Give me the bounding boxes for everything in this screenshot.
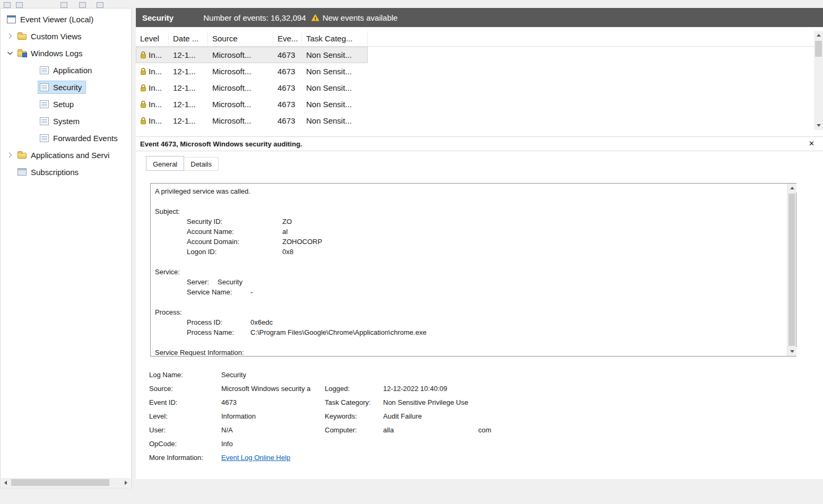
folder-apps-icon <box>18 153 27 159</box>
sidebar-item-label: Custom Views <box>31 32 82 41</box>
event-row[interactable]: In...12-1...Microsoft...4673Non Sensit..… <box>136 80 368 96</box>
column-header-filler <box>368 31 814 47</box>
tab-details[interactable]: Details <box>184 157 219 171</box>
sidebar-horizontal-scrollbar[interactable] <box>1 478 131 487</box>
sidebar-item-label: Setup <box>53 100 74 109</box>
description-line: Security ID:ZO <box>155 216 783 227</box>
description-line: Service: <box>155 267 783 277</box>
date-cell: 12-1... <box>169 63 208 80</box>
forward-icon[interactable] <box>16 2 23 8</box>
event-id-cell: 4673 <box>273 96 302 112</box>
chevron-down-icon[interactable] <box>6 49 14 57</box>
description-field-label: Service Name: <box>187 287 250 297</box>
event-list-scrollbar[interactable] <box>814 31 823 130</box>
scrollbar-track[interactable] <box>10 478 122 487</box>
sidebar-item-application[interactable]: Application <box>1 62 131 79</box>
sidebar-item-subscriptions[interactable]: Subscriptions <box>1 163 131 180</box>
scroll-left-button[interactable] <box>1 478 10 487</box>
description-line: Process: <box>155 307 783 317</box>
detail-title-text: Event 4673, Microsoft Windows security a… <box>140 140 302 148</box>
column-header-task-categ[interactable]: Task Categ... <box>302 31 368 47</box>
scroll-right-button[interactable] <box>122 478 131 487</box>
detail-field-row: More Information:Event Log Online Help <box>149 450 802 464</box>
events-count-label: Number of events: 16,32,094 <box>203 13 306 22</box>
description-line: Subject: <box>155 206 783 216</box>
event-log-online-help-link[interactable]: Event Log Online Help <box>221 454 290 462</box>
help-icon[interactable] <box>97 2 103 8</box>
sidebar-item-event-viewer-local[interactable]: Event Viewer (Local) <box>1 11 131 28</box>
tree-item-core: Setup <box>38 98 78 111</box>
description-box: A privileged service was called. Subject… <box>150 183 796 357</box>
log-icon <box>40 100 49 108</box>
sidebar-item-setup[interactable]: Setup <box>1 95 131 112</box>
detail-field-row: Event ID:4673Task Category:Non Sensitive… <box>149 395 802 409</box>
tab-general[interactable]: General <box>146 156 184 171</box>
scroll-down-button[interactable] <box>814 121 823 130</box>
close-icon[interactable]: ✕ <box>809 140 815 147</box>
event-row[interactable]: In...12-1...Microsoft...4673Non Sensit..… <box>136 63 368 80</box>
scrollbar-track[interactable] <box>787 193 796 347</box>
back-icon[interactable] <box>4 2 11 8</box>
toolbar <box>0 0 823 8</box>
task-category-cell: Non Sensit... <box>302 80 368 96</box>
description-field-label: Server: <box>187 277 218 287</box>
task-category-cell: Non Sensit... <box>302 96 368 112</box>
description-line <box>155 196 783 206</box>
description-field-label: Security ID: <box>187 216 282 227</box>
event-viewer-window: Event Viewer (Local)Custom ViewsWindows … <box>0 0 823 504</box>
event-row[interactable]: In...12-1...Microsoft...4673Non Sensit..… <box>136 96 368 112</box>
sidebar-item-applications-and-servi[interactable]: Applications and Servi <box>1 146 131 163</box>
chevron-right-icon[interactable] <box>6 32 14 40</box>
description-line: Service Name:- <box>155 287 783 297</box>
column-header-level[interactable]: Level <box>136 31 169 47</box>
toolbar-icon[interactable] <box>79 2 86 8</box>
description-line: Server:Security <box>155 277 783 287</box>
subscriptions-icon <box>18 168 27 176</box>
description-field-value: ZOHOCORP <box>282 237 322 247</box>
scroll-up-button[interactable] <box>787 184 796 193</box>
chevron-right-icon[interactable] <box>6 151 14 159</box>
field-value: Event Log Online Help <box>221 454 325 462</box>
description-line: Process ID:0x6edc <box>155 317 783 327</box>
scroll-up-arrow-icon <box>790 187 794 189</box>
sidebar-item-security[interactable]: Security <box>1 79 131 95</box>
scrollbar-thumb[interactable] <box>815 41 822 57</box>
sidebar-item-forwarded-events[interactable]: Forwarded Events <box>1 129 131 146</box>
detail-field-row: OpCode:Info <box>149 437 802 450</box>
sidebar-item-system[interactable]: System <box>1 112 131 129</box>
tree-item-core: Custom Views <box>15 30 86 43</box>
results-pane: Security Number of events: 16,32,094 ! N… <box>136 8 823 479</box>
task-category-cell: Non Sensit... <box>302 63 368 80</box>
field-label: User: <box>149 426 221 434</box>
toolbar-icon[interactable] <box>60 2 67 8</box>
field-value: alla com <box>383 426 802 434</box>
column-header-eve[interactable]: Eve... <box>273 31 302 47</box>
field-value: Security <box>221 371 325 379</box>
column-header-source[interactable]: Source <box>208 31 273 47</box>
scrollbar-thumb[interactable] <box>789 194 795 346</box>
sidebar-item-custom-views[interactable]: Custom Views <box>1 28 131 45</box>
field-label: Log Name: <box>149 371 221 379</box>
description-field-value: Security <box>218 277 242 287</box>
list-title-bar: Security Number of events: 16,32,094 ! N… <box>136 8 823 27</box>
event-id-cell: 4673 <box>273 112 302 129</box>
task-category-cell: Non Sensit... <box>302 47 368 63</box>
event-row[interactable]: In...12-1...Microsoft...4673Non Sensit..… <box>136 47 368 63</box>
tree-item-core: Subscriptions <box>15 166 83 179</box>
event-viewer-icon <box>7 15 16 23</box>
description-field-value: 0x8 <box>282 247 293 257</box>
scroll-down-button[interactable] <box>787 347 796 356</box>
column-header-date[interactable]: Date ... <box>169 31 208 47</box>
scrollbar-track[interactable] <box>814 40 823 121</box>
sidebar-item-label: Event Viewer (Local) <box>20 15 93 24</box>
scrollbar-thumb[interactable] <box>11 479 109 486</box>
description-line: Account Domain:ZOHOCORP <box>155 237 783 247</box>
event-row[interactable]: In...12-1...Microsoft...4673Non Sensit..… <box>136 112 368 129</box>
tree-item-core: System <box>38 115 84 128</box>
description-field-label: Process ID: <box>187 317 250 327</box>
scroll-up-button[interactable] <box>814 31 823 40</box>
description-scrollbar[interactable] <box>787 184 796 356</box>
sidebar-item-windows-logs[interactable]: Windows Logs <box>1 45 131 62</box>
field-value: Microsoft Windows security a <box>221 385 325 393</box>
log-icon <box>40 117 49 125</box>
